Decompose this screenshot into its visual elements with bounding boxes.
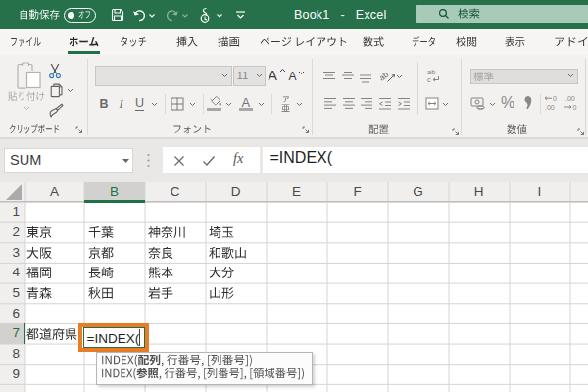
svg-text:0: 0 <box>553 95 557 102</box>
svg-text:c: c <box>427 75 431 83</box>
svg-text:.00: .00 <box>545 104 555 111</box>
svg-text:.00: .00 <box>565 95 575 102</box>
svg-text:0: 0 <box>573 104 577 111</box>
